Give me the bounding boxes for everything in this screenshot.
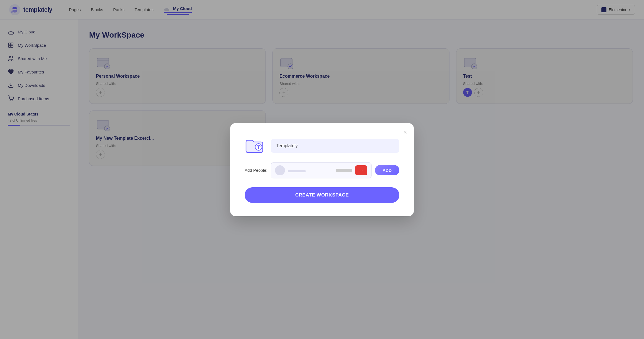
add-people-button[interactable]: ADD bbox=[375, 165, 400, 175]
create-workspace-cta-row: CREATE WORKSPACE bbox=[245, 187, 399, 203]
person-role-text bbox=[336, 169, 352, 172]
create-workspace-button[interactable]: CREATE WORKSPACE bbox=[245, 187, 399, 203]
modal-overlay[interactable]: × Add People: bbox=[0, 0, 644, 339]
person-info bbox=[288, 168, 333, 172]
add-people-input-container: ··· bbox=[271, 162, 372, 178]
add-people-label: Add People: bbox=[245, 168, 267, 173]
folder-cloud-icon bbox=[245, 136, 264, 156]
more-options-button[interactable]: ··· bbox=[355, 165, 367, 175]
workspace-name-row bbox=[245, 136, 399, 156]
workspace-name-input[interactable] bbox=[271, 139, 399, 153]
person-role-blurred bbox=[288, 170, 306, 172]
add-people-row: Add People: ··· ADD bbox=[245, 162, 399, 178]
create-workspace-modal: × Add People: bbox=[230, 123, 414, 216]
person-avatar bbox=[275, 165, 285, 175]
modal-close-button[interactable]: × bbox=[404, 129, 407, 136]
